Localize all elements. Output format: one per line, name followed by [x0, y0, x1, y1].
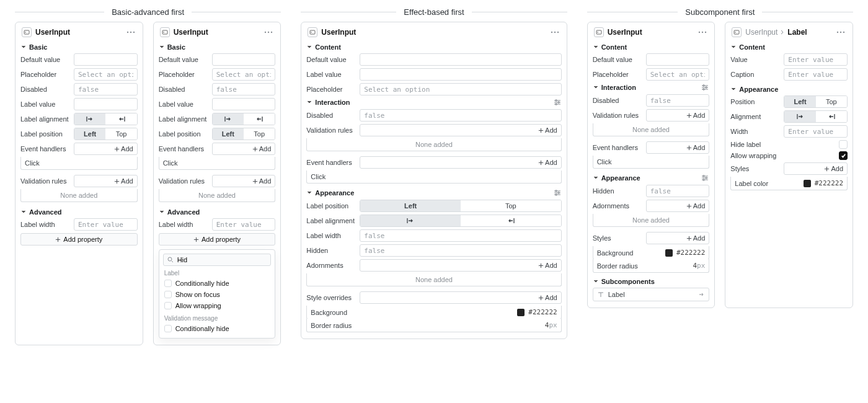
hide-label-checkbox[interactable]	[839, 140, 848, 149]
placeholder-input[interactable]	[74, 68, 138, 81]
disabled-input[interactable]	[646, 94, 710, 107]
add-adornment-button[interactable]: Add	[538, 262, 557, 269]
settings-icon[interactable]	[553, 188, 562, 197]
add-validation-button[interactable]: Add	[686, 112, 706, 119]
default-value-input[interactable]	[360, 53, 561, 66]
section-interaction[interactable]: Interaction	[306, 98, 561, 107]
hidden-input[interactable]	[360, 244, 561, 257]
property-search-input[interactable]	[163, 254, 272, 266]
event-click-row[interactable]: Click	[159, 157, 276, 170]
placeholder-input[interactable]	[360, 83, 561, 95]
section-appearance[interactable]: Appearance	[730, 86, 848, 93]
disabled-input[interactable]	[74, 83, 138, 95]
label-width-input[interactable]	[74, 218, 138, 231]
default-value-input[interactable]	[74, 53, 138, 66]
add-validation-button[interactable]: Add	[252, 177, 272, 185]
more-menu-icon[interactable]	[263, 28, 274, 37]
default-value-input[interactable]	[212, 53, 276, 66]
align-left-icon[interactable]	[360, 215, 461, 226]
placeholder-input[interactable]	[212, 68, 276, 81]
label-value-input[interactable]	[74, 98, 138, 110]
align-right-icon[interactable]	[244, 113, 275, 125]
label-value-input[interactable]	[212, 98, 276, 110]
label-value-input[interactable]	[360, 68, 561, 81]
breadcrumb-parent[interactable]: UserInput	[745, 28, 777, 37]
label-alignment-toggle[interactable]	[74, 113, 138, 125]
section-advanced[interactable]: Advanced	[159, 208, 276, 216]
label-alignment-toggle[interactable]	[212, 113, 276, 125]
section-basic[interactable]: Basic	[20, 43, 138, 51]
section-content[interactable]: Content	[593, 43, 710, 51]
style-row-background[interactable]: Background #222222	[306, 306, 561, 319]
color-swatch[interactable]	[804, 180, 811, 187]
align-right-icon[interactable]	[461, 215, 561, 226]
placeholder-input[interactable]	[646, 68, 710, 81]
section-content[interactable]: Content	[306, 43, 561, 51]
default-value-input[interactable]	[646, 53, 710, 66]
add-validation-button[interactable]: Add	[114, 177, 133, 185]
settings-icon[interactable]	[701, 174, 709, 182]
add-event-button[interactable]: Add	[252, 145, 272, 153]
pos-top[interactable]: Top	[105, 128, 136, 140]
section-appearance[interactable]: Appearance	[593, 174, 710, 182]
menu-item[interactable]: Allow wrapping	[163, 300, 272, 311]
event-click-row[interactable]: Click	[593, 156, 710, 169]
label-position-toggle[interactable]: Left Top	[74, 128, 138, 140]
property-search-field[interactable]	[176, 255, 267, 264]
add-property-button[interactable]: Add property	[20, 233, 138, 246]
pos-left[interactable]: Left	[74, 128, 105, 140]
add-adornment-button[interactable]: Add	[686, 202, 706, 210]
disabled-input[interactable]	[212, 83, 276, 95]
caption-input[interactable]	[784, 68, 848, 81]
color-swatch[interactable]	[517, 309, 525, 316]
add-style-button[interactable]: Add	[686, 234, 706, 242]
align-left-icon[interactable]	[74, 113, 105, 125]
section-subcomponents[interactable]: Subcomponents	[593, 278, 710, 285]
label-position-toggle[interactable]: LeftTop	[360, 200, 561, 212]
event-click-row[interactable]: Click	[306, 170, 561, 184]
add-style-button[interactable]: Add	[824, 165, 843, 172]
label-position-toggle[interactable]: Left Top	[212, 128, 276, 140]
section-advanced[interactable]: Advanced	[20, 208, 138, 216]
section-interaction[interactable]: Interaction	[593, 83, 710, 92]
align-right-icon[interactable]	[816, 111, 847, 122]
allow-wrapping-checkbox[interactable]	[839, 151, 848, 160]
add-event-button[interactable]: Add	[114, 145, 133, 153]
menu-item[interactable]: Show on focus	[163, 289, 272, 300]
event-click-row[interactable]: Click	[20, 157, 138, 170]
style-row-background[interactable]: Background #222222	[593, 246, 710, 260]
add-event-button[interactable]: Add	[538, 159, 557, 166]
value-input[interactable]	[784, 53, 848, 66]
more-menu-icon[interactable]	[125, 28, 136, 37]
align-left-icon[interactable]	[784, 111, 815, 122]
settings-icon[interactable]	[553, 98, 562, 107]
align-right-icon[interactable]	[105, 113, 136, 125]
color-swatch[interactable]	[665, 249, 673, 257]
section-content[interactable]: Content	[730, 43, 848, 51]
label-width-input[interactable]	[360, 229, 561, 242]
settings-icon[interactable]	[701, 83, 709, 92]
more-menu-icon[interactable]	[697, 28, 708, 37]
more-menu-icon[interactable]	[835, 28, 846, 37]
style-row-border-radius[interactable]: Border radius 4px	[306, 319, 561, 332]
disabled-input[interactable]	[360, 109, 561, 122]
add-event-button[interactable]: Add	[686, 144, 706, 151]
label-alignment-toggle[interactable]	[360, 215, 561, 227]
align-left-icon[interactable]	[213, 113, 244, 125]
add-validation-button[interactable]: Add	[538, 126, 557, 134]
menu-item[interactable]: Conditionally hide	[163, 278, 272, 289]
section-basic[interactable]: Basic	[159, 43, 276, 51]
menu-item[interactable]: Conditionally hide	[163, 323, 272, 334]
label-width-input[interactable]	[212, 218, 276, 231]
add-property-button[interactable]: Add property	[159, 233, 276, 246]
more-menu-icon[interactable]	[549, 28, 560, 37]
subcomponent-link[interactable]: Label	[593, 288, 710, 301]
width-input[interactable]	[784, 125, 848, 138]
style-row-border-radius[interactable]: Border radius 4px	[593, 259, 710, 273]
position-toggle[interactable]: LeftTop	[784, 95, 848, 108]
hidden-input[interactable]	[646, 185, 710, 197]
section-appearance[interactable]: Appearance	[306, 188, 561, 197]
style-row-label-color[interactable]: Label color #222222	[730, 177, 848, 190]
alignment-toggle[interactable]	[784, 110, 848, 123]
add-style-button[interactable]: Add	[538, 294, 557, 301]
